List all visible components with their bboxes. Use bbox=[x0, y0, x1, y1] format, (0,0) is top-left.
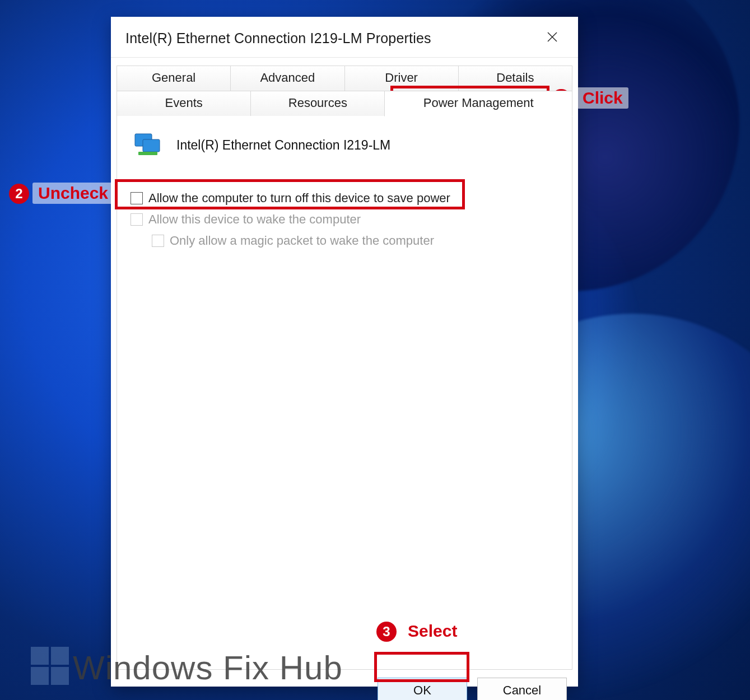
dialog-button-row: OK Cancel bbox=[111, 670, 578, 700]
tab-panel-power-management: Intel(R) Ethernet Connection I219-LM All… bbox=[117, 116, 572, 670]
device-header: Intel(R) Ethernet Connection I219-LM bbox=[117, 116, 572, 165]
close-button[interactable] bbox=[541, 27, 563, 49]
tabstrip: General Advanced Driver Details Events R… bbox=[111, 58, 578, 670]
annotation-step-label: Click bbox=[577, 87, 628, 109]
annotation-step-label: Uncheck bbox=[32, 183, 114, 204]
annotation-step-label: Select bbox=[402, 620, 463, 642]
dialog-titlebar: Intel(R) Ethernet Connection I219-LM Pro… bbox=[111, 17, 578, 58]
checkbox-allow-wake: Allow this device to wake the computer bbox=[131, 209, 558, 230]
properties-dialog: Intel(R) Ethernet Connection I219-LM Pro… bbox=[111, 17, 578, 687]
desktop-background: Intel(R) Ethernet Connection I219-LM Pro… bbox=[0, 0, 750, 700]
annotation-step-number: 3 bbox=[383, 624, 390, 640]
tab-events[interactable]: Events bbox=[117, 91, 251, 116]
tab-details[interactable]: Details bbox=[458, 66, 572, 91]
svg-rect-3 bbox=[143, 139, 160, 152]
checkbox-label: Allow the computer to turn off this devi… bbox=[148, 191, 450, 206]
tab-driver[interactable]: Driver bbox=[344, 66, 459, 91]
tab-row-bottom: Events Resources Power Management bbox=[117, 91, 572, 116]
ok-button[interactable]: OK bbox=[378, 678, 467, 700]
tab-resources[interactable]: Resources bbox=[250, 91, 385, 116]
checkbox-allow-turn-off[interactable]: Allow the computer to turn off this devi… bbox=[131, 188, 558, 209]
network-adapter-icon bbox=[133, 130, 164, 160]
checkbox-magic-packet: Only allow a magic packet to wake the co… bbox=[152, 230, 558, 251]
tab-row-top: General Advanced Driver Details bbox=[117, 66, 572, 91]
checkbox-box-icon bbox=[152, 235, 164, 247]
tab-advanced[interactable]: Advanced bbox=[230, 66, 344, 91]
dialog-title: Intel(R) Ethernet Connection I219-LM Pro… bbox=[125, 30, 431, 46]
tab-general[interactable]: General bbox=[117, 66, 231, 91]
svg-rect-4 bbox=[138, 152, 157, 155]
tab-power-management[interactable]: Power Management bbox=[384, 91, 572, 116]
checkbox-label: Allow this device to wake the computer bbox=[148, 212, 361, 227]
annotation-step-number: 2 bbox=[15, 186, 22, 202]
annotation-step-badge: 2 bbox=[9, 184, 29, 204]
cancel-button[interactable]: Cancel bbox=[477, 678, 567, 700]
watermark-logo-icon bbox=[31, 647, 70, 686]
checkbox-group: Allow the computer to turn off this devi… bbox=[117, 165, 572, 251]
checkbox-box-icon bbox=[131, 192, 143, 204]
checkbox-label: Only allow a magic packet to wake the co… bbox=[170, 234, 434, 248]
annotation-step-badge: 3 bbox=[376, 622, 397, 642]
checkbox-box-icon bbox=[131, 213, 143, 226]
close-icon bbox=[547, 31, 558, 45]
device-name-label: Intel(R) Ethernet Connection I219-LM bbox=[176, 138, 390, 153]
